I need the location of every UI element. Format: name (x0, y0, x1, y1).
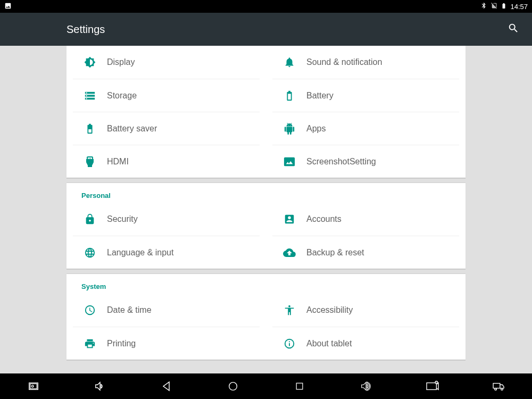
app-bar: Settings (0, 13, 532, 46)
item-label: Sound & notification (306, 57, 382, 67)
item-display[interactable]: Display (73, 46, 260, 79)
section-device: Display Sound & notification Storage (66, 46, 466, 178)
svg-rect-2 (427, 383, 436, 390)
section-header: Personal (66, 183, 466, 203)
storage-icon (73, 90, 107, 102)
nav-extra-button[interactable] (483, 373, 515, 399)
battery-icon (272, 90, 306, 102)
item-label: Backup & reset (306, 248, 364, 257)
bluetooth-icon (480, 2, 487, 11)
item-backup-reset[interactable]: Backup & reset (272, 236, 459, 269)
item-accessibility[interactable]: Accessibility (272, 294, 459, 327)
screenshot-icon (272, 156, 306, 168)
svg-rect-1 (296, 383, 303, 389)
globe-icon (73, 247, 107, 259)
section-system: System Date & time Accessibility (66, 273, 466, 360)
home-icon (227, 380, 239, 392)
display-icon (73, 56, 107, 68)
printer-icon (73, 338, 107, 350)
svg-point-5 (494, 388, 496, 390)
battery-saver-icon (73, 123, 107, 135)
nav-volume-down-button[interactable] (84, 373, 116, 399)
item-label: Accounts (306, 214, 342, 224)
item-printing[interactable]: Printing (73, 327, 260, 360)
page-title: Settings (66, 23, 105, 36)
item-storage[interactable]: Storage (73, 79, 260, 112)
item-apps[interactable]: Apps (272, 112, 459, 145)
cast-icon (426, 380, 439, 392)
nav-back-button[interactable] (151, 373, 182, 399)
battery-icon (501, 2, 507, 11)
nav-volume-up-button[interactable] (350, 373, 382, 399)
navigation-bar (0, 373, 532, 399)
status-time: 14:57 (510, 3, 528, 11)
account-icon (272, 213, 306, 225)
item-accounts[interactable]: Accounts (272, 203, 459, 236)
bell-icon (272, 56, 306, 68)
clock-icon (73, 304, 107, 316)
item-about-tablet[interactable]: About tablet (272, 327, 459, 360)
image-notification-icon (4, 2, 12, 11)
item-label: ScreenshotSetting (306, 157, 376, 167)
nav-recents-button[interactable] (284, 373, 315, 399)
item-label: Accessibility (306, 305, 353, 315)
item-language-input[interactable]: Language & input (73, 236, 260, 269)
truck-icon (492, 381, 506, 392)
item-hdmi[interactable]: HDMI (73, 145, 260, 178)
item-label: Battery saver (107, 124, 157, 134)
item-label: Apps (306, 124, 326, 134)
item-label: Printing (107, 339, 136, 348)
volume-down-icon (94, 380, 106, 392)
accessibility-icon (272, 304, 306, 316)
item-sound-notification[interactable]: Sound & notification (272, 46, 459, 79)
cloud-upload-icon (272, 246, 306, 259)
info-icon (272, 338, 306, 350)
nav-cast-button[interactable] (417, 373, 448, 399)
android-icon (272, 123, 306, 135)
item-label: Storage (107, 91, 137, 101)
item-label: Battery (306, 91, 334, 101)
svg-rect-4 (493, 384, 500, 388)
item-security[interactable]: Security (73, 203, 260, 236)
search-button[interactable] (508, 22, 519, 36)
hdmi-icon (73, 155, 107, 168)
item-label: Language & input (107, 248, 173, 257)
lock-icon (73, 213, 107, 225)
item-label: HDMI (107, 157, 129, 167)
section-header: System (66, 274, 466, 294)
recents-icon (294, 381, 305, 392)
back-icon (160, 380, 173, 393)
camera-frame-icon (28, 380, 39, 392)
item-label: About tablet (306, 339, 352, 348)
item-label: Display (107, 57, 135, 67)
item-label: Date & time (107, 305, 152, 315)
search-icon (508, 22, 519, 34)
no-sim-icon (491, 2, 497, 11)
svg-point-0 (229, 383, 237, 390)
nav-screenshot-button[interactable] (18, 373, 49, 399)
svg-point-6 (501, 388, 503, 390)
item-battery[interactable]: Battery (272, 79, 459, 112)
item-battery-saver[interactable]: Battery saver (73, 112, 260, 145)
nav-home-button[interactable] (217, 373, 249, 399)
item-screenshot-setting[interactable]: ScreenshotSetting (272, 145, 459, 178)
settings-content: Display Sound & notification Storage (0, 46, 532, 373)
section-personal: Personal Security Accounts (66, 182, 466, 269)
item-label: Security (107, 214, 138, 224)
item-date-time[interactable]: Date & time (73, 294, 260, 327)
status-bar: 14:57 (0, 0, 532, 13)
volume-up-icon (360, 380, 372, 392)
